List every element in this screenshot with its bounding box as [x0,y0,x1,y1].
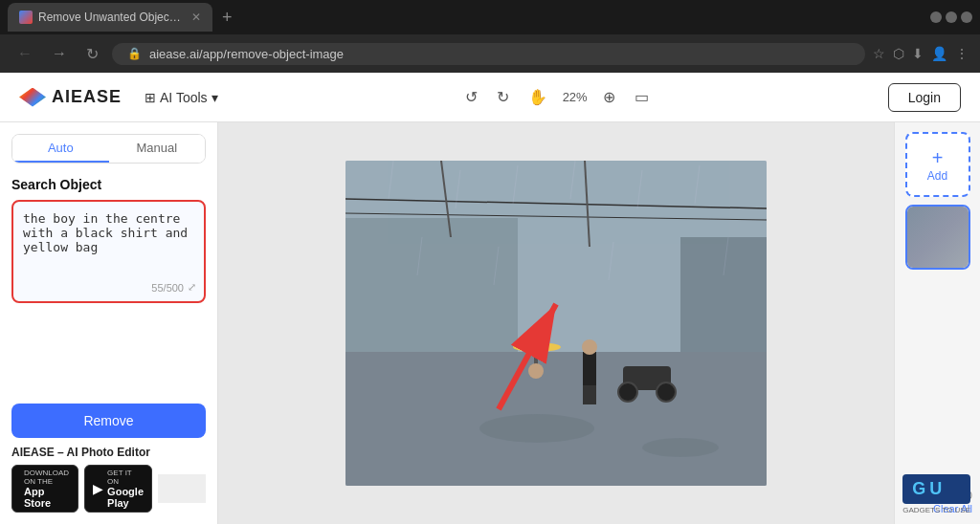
bookmark-icon[interactable]: ☆ [873,46,885,61]
search-object-box[interactable]: the boy in the centre with a black shirt… [11,200,206,303]
nav-bar: ← → ↻ 🔒 aiease.ai/app/remove-object-imag… [0,34,980,73]
forward-button[interactable]: → [46,41,73,66]
svg-point-4 [479,414,594,443]
get-it-on-text: GET IT ON [107,469,144,486]
watermark-tagline: GADGETS TO USE [902,506,970,514]
ai-tools-label: AI Tools [160,90,208,105]
chevron-down-icon: ▾ [212,90,218,105]
google-play-label: Google Play [107,486,144,509]
undo-button[interactable]: ↺ [461,84,481,110]
watermark: G U GADGETS TO USE [902,474,970,514]
svg-point-15 [657,382,676,402]
sidebar-footer: AIEASE – AI Photo Editor DOWNLOAD ON THE… [11,446,206,513]
ai-tools-button[interactable]: ⊞ AI Tools ▾ [137,86,226,109]
char-count: 55/500 ⤢ [151,281,196,294]
expand-icon[interactable]: ⤢ [188,281,196,294]
scene-svg [345,161,767,486]
thumb-image [907,207,969,268]
browser-chrome: Remove Unwanted Objects fro... ✕ + ← → ↻… [0,0,980,73]
tab-auto[interactable]: Auto [12,135,109,163]
search-object-input[interactable]: the boy in the centre with a black shirt… [23,211,194,288]
add-label: Add [927,169,947,183]
tab-bar: Remove Unwanted Objects fro... ✕ + [0,0,980,34]
store-badges: DOWNLOAD ON THE App Store ▶ GET IT ON Go… [11,465,206,513]
svg-point-14 [618,382,637,402]
tab-close-icon[interactable]: ✕ [191,11,201,24]
hand-tool-button[interactable]: ✋ [524,84,551,110]
back-button[interactable]: ← [11,41,38,66]
svg-point-8 [528,363,544,379]
close-button[interactable] [961,11,972,23]
svg-rect-11 [583,385,590,404]
play-icon: ▶ [93,481,103,496]
tab-manual[interactable]: Manual [109,135,206,163]
extensions-icon[interactable]: ⬡ [893,46,904,61]
menu-icon[interactable]: ⋮ [955,46,969,61]
add-image-button[interactable]: + Add [905,132,970,197]
svg-rect-9 [583,352,596,385]
app-store-badge[interactable]: DOWNLOAD ON THE App Store [11,465,78,513]
right-panel: + Add 1/50 Clear All [894,122,980,524]
svg-point-5 [642,438,719,457]
watermark-u: U [929,479,944,499]
download-icon[interactable]: ⬇ [912,46,924,61]
new-tab-button[interactable]: + [216,8,238,28]
address-text: aiease.ai/app/remove-object-image [149,47,344,61]
mode-tabs: Auto Manual [11,134,206,164]
footer-brand: AIEASE – AI Photo Editor [11,446,206,459]
logo-icon [19,88,46,107]
minimize-button[interactable] [930,11,942,23]
app-store-label: App Store [24,486,70,509]
canvas-area[interactable] [218,122,894,524]
toolbar-actions: ↺ ↻ ✋ 22% ⊕ ▭ [461,84,653,110]
zoom-target-button[interactable]: ⊕ [599,84,619,110]
main-content: Auto Manual Search Object the boy in the… [0,122,980,524]
nav-icons: ☆ ⬡ ⬇ 👤 ⋮ [873,46,969,61]
active-tab[interactable]: Remove Unwanted Objects fro... ✕ [8,3,212,32]
tab-favicon [19,11,33,24]
tab-title: Remove Unwanted Objects fro... [38,11,182,24]
app: AIEASE ⊞ AI Tools ▾ ↺ ↻ ✋ 22% ⊕ ▭ Login … [0,73,980,524]
login-button[interactable]: Login [888,83,961,112]
fit-screen-button[interactable]: ▭ [631,84,653,110]
canvas-image [345,161,767,486]
remove-button[interactable]: Remove [11,404,206,438]
svg-rect-12 [590,385,596,404]
topbar: AIEASE ⊞ AI Tools ▾ ↺ ↻ ✋ 22% ⊕ ▭ Login [0,73,980,122]
download-on-text: DOWNLOAD ON THE [24,469,70,486]
refresh-button[interactable]: ↻ [80,41,104,67]
qr-code-placeholder [158,474,206,503]
maximize-button[interactable] [946,11,957,23]
profile-icon[interactable]: 👤 [931,46,947,61]
plus-icon: + [932,147,944,169]
watermark-g: G [912,479,927,499]
logo: AIEASE [19,87,122,107]
redo-button[interactable]: ↻ [493,84,513,110]
address-bar[interactable]: 🔒 aiease.ai/app/remove-object-image [112,43,865,65]
google-play-badge[interactable]: ▶ GET IT ON Google Play [84,465,152,513]
svg-point-10 [582,339,597,355]
image-thumbnail[interactable] [905,205,970,270]
search-label: Search Object [11,177,206,192]
sidebar: Auto Manual Search Object the boy in the… [0,122,218,524]
zoom-display: 22% [563,90,588,104]
logo-text: AIEASE [52,87,122,107]
grid-icon: ⊞ [145,90,156,105]
